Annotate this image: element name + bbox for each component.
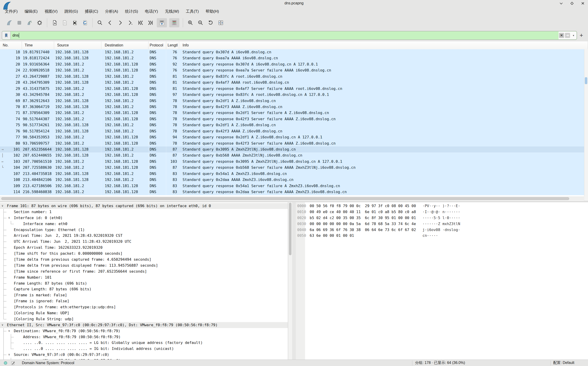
expert-info-icon[interactable] bbox=[4, 361, 7, 365]
column-header-protocol[interactable]: Protocol bbox=[149, 41, 166, 49]
status-profile[interactable]: 配置: Default bbox=[553, 360, 574, 365]
menu-item-wireless[interactable]: 无线(W) bbox=[161, 7, 182, 15]
menu-item-view[interactable]: 视图(V) bbox=[41, 7, 61, 15]
menu-item-file[interactable]: 文件(F) bbox=[1, 7, 21, 15]
packet-row[interactable]: 7690.517854124192.168.181.128192.168.181… bbox=[0, 128, 584, 134]
find-packet-button[interactable] bbox=[96, 18, 104, 27]
go-to-packet-button[interactable] bbox=[126, 18, 134, 27]
menu-item-tools[interactable]: 工具(T) bbox=[183, 7, 202, 15]
detail-line[interactable]: [Protocols in frame: eth:ethertype:ip:ud… bbox=[0, 304, 288, 310]
packet-row[interactable]: 7490.517644307192.168.181.2192.168.181.1… bbox=[0, 116, 584, 122]
packet-row[interactable]: 102│207.652440655192.168.181.128192.168.… bbox=[0, 152, 584, 158]
detail-line[interactable]: [Frame is marked: False] bbox=[0, 292, 288, 298]
chevron-down-icon[interactable]: ∨ bbox=[8, 215, 10, 221]
scrollbar-thumb[interactable] bbox=[585, 77, 587, 84]
menu-item-analyze[interactable]: 分析(A) bbox=[102, 7, 122, 15]
auto-scroll-button[interactable] bbox=[157, 18, 167, 27]
hex-row[interactable]: 000000 50 56 f0 f8 79 00 0c29 97 3f c0 0… bbox=[296, 203, 588, 209]
column-header-lengtl[interactable]: Lengtl bbox=[166, 41, 179, 49]
detail-line[interactable]: [Frame is ignored: False] bbox=[0, 298, 288, 304]
capture-comment-icon[interactable] bbox=[11, 361, 15, 365]
detail-line[interactable]: ∨Destination: VMware_f0:f8:79 (00:50:56:… bbox=[0, 328, 288, 334]
go-last-button[interactable] bbox=[147, 18, 154, 27]
detail-line[interactable]: Epoch Arrival Time: 1622633323.922019320 bbox=[0, 245, 288, 251]
hex-row[interactable]: 00406a 06 69 36 6f 76 30 3806 64 6e 73 6… bbox=[296, 227, 588, 233]
packet-row[interactable]: 1919.818172424192.168.181.128192.168.181… bbox=[0, 55, 584, 61]
column-header-no[interactable]: No. bbox=[0, 41, 22, 49]
packet-row[interactable]: 104└207.725588630192.168.181.2192.168.18… bbox=[0, 165, 584, 171]
scrollbar-thumb[interactable] bbox=[1, 197, 569, 200]
reload-file-button[interactable] bbox=[81, 18, 89, 27]
capture-options-button[interactable] bbox=[36, 18, 44, 27]
save-file-button[interactable] bbox=[61, 18, 69, 27]
packet-list-vertical-scrollbar[interactable] bbox=[584, 49, 588, 201]
hex-row[interactable]: 005063 6e 00 00 01 00 01cn····· bbox=[296, 233, 588, 239]
packet-row[interactable]: 6987.362912643192.168.181.128192.168.181… bbox=[0, 98, 584, 104]
detail-line[interactable]: Capture Length: 87 bytes (696 bits) bbox=[0, 286, 288, 292]
packet-row[interactable]: 2743.264729087192.168.181.128192.168.181… bbox=[0, 74, 584, 80]
restart-capture-button[interactable] bbox=[25, 18, 33, 27]
colorize-button[interactable] bbox=[169, 18, 179, 27]
column-header-source[interactable]: Source bbox=[54, 41, 101, 49]
details-vertical-scrollbar[interactable] bbox=[288, 202, 292, 359]
filter-bookmark-button[interactable] bbox=[2, 31, 11, 39]
chevron-down-icon[interactable]: ∨ bbox=[8, 328, 10, 334]
detail-line[interactable]: [Time delta from previous displayed fram… bbox=[0, 263, 288, 268]
menu-item-statistics[interactable]: 统计(S) bbox=[122, 7, 142, 15]
close-icon[interactable] bbox=[581, 1, 585, 5]
filter-dropdown-chevron-icon[interactable]: ▾ bbox=[571, 33, 576, 38]
column-header-destination[interactable]: Destination bbox=[101, 41, 149, 49]
minimize-icon[interactable] bbox=[559, 1, 563, 5]
column-header-info[interactable]: Info bbox=[179, 41, 588, 49]
detail-line[interactable]: Address: VMware_f0:f8:79 (00:50:56:f0:f8… bbox=[0, 334, 288, 340]
packet-row[interactable]: 109213.427186506192.168.181.2192.168.181… bbox=[0, 183, 584, 189]
menu-item-help[interactable]: 帮助(H) bbox=[202, 7, 222, 15]
detail-line[interactable]: [Coloring Rule Name: UDP] bbox=[0, 310, 288, 316]
detail-line[interactable]: [Time shift for this packet: 0.000000000… bbox=[0, 251, 288, 257]
detail-line[interactable]: Arrival Time: Jun 2, 2021 19:28:43.92201… bbox=[0, 233, 288, 239]
packet-row[interactable]: 2843.264795309192.168.181.128192.168.181… bbox=[0, 80, 584, 85]
hex-row[interactable]: 003000 00 00 00 00 00 0a 5a6d 78 68 5a 3… bbox=[296, 221, 588, 227]
packet-row[interactable]: 2019.931656364192.168.181.2192.168.181.1… bbox=[0, 61, 584, 67]
detail-line[interactable]: Interface name: eth0 bbox=[0, 221, 288, 227]
resize-columns-button[interactable] bbox=[217, 18, 225, 27]
go-first-button[interactable] bbox=[136, 18, 144, 27]
chevron-down-icon[interactable]: ∨ bbox=[2, 322, 3, 328]
go-forward-button[interactable] bbox=[116, 18, 124, 27]
detail-line[interactable]: [Time delta from previous captured frame… bbox=[0, 257, 288, 263]
menu-item-go[interactable]: 跳转(G) bbox=[61, 7, 81, 15]
packet-row[interactable]: 7087.363064719192.168.181.128192.168.181… bbox=[0, 104, 584, 110]
menu-item-edit[interactable]: 编辑(E) bbox=[21, 7, 41, 15]
zoom-out-button[interactable] bbox=[197, 18, 204, 27]
detail-line[interactable]: UTC Arrival Time: Jun 2, 2021 11:28:43.9… bbox=[0, 239, 288, 245]
display-filter-input[interactable]: dns ✕ ➜ ▾ bbox=[2, 31, 577, 40]
detail-line[interactable]: [Coloring Rule String: udp] bbox=[0, 316, 288, 322]
detail-line[interactable]: .... ..0. .... .... .... .... = LG bit: … bbox=[0, 340, 288, 346]
filter-add-button[interactable]: + bbox=[578, 32, 585, 39]
chevron-down-icon[interactable]: ∨ bbox=[8, 352, 10, 358]
detail-line[interactable]: Section number: 1 bbox=[0, 209, 288, 215]
hex-row[interactable]: 001000 49 e0 ce 40 00 40 116e 01 c0 a8 b… bbox=[296, 209, 588, 215]
packet-row[interactable]: 7187.370564309192.168.181.2192.168.181.1… bbox=[0, 110, 584, 116]
menu-item-capture[interactable]: 捕获(C) bbox=[81, 7, 102, 15]
hex-row[interactable]: 0020b5 02 d4 c2 00 35 00 356c 8f 30 95 0… bbox=[296, 215, 588, 221]
detail-line[interactable]: ∨Ethernet II, Src: VMware_97:3f:c0 (00:0… bbox=[0, 322, 288, 328]
maximize-icon[interactable] bbox=[570, 1, 574, 5]
zoom-reset-button[interactable] bbox=[207, 18, 215, 27]
packet-row[interactable]: 107213.404735818192.168.181.128192.168.1… bbox=[0, 171, 584, 177]
stop-capture-button[interactable] bbox=[16, 18, 23, 27]
packet-list-horizontal-scrollbar[interactable] bbox=[0, 196, 584, 200]
menu-item-telephony[interactable]: 电话(Y) bbox=[142, 7, 162, 15]
packet-row[interactable]: 2943.314375875192.168.181.2192.168.181.1… bbox=[0, 86, 584, 92]
packet-row[interactable]: 1819.817917440192.168.181.128192.168.181… bbox=[0, 49, 584, 55]
scrollbar-thumb[interactable] bbox=[289, 203, 292, 255]
detail-line[interactable]: .... ...0 .... .... .... .... = IG bit: … bbox=[0, 346, 288, 352]
zoom-in-button[interactable] bbox=[186, 18, 194, 27]
packet-row[interactable]: 3043.342945784192.168.181.2192.168.181.1… bbox=[0, 92, 584, 98]
detail-line[interactable]: [Time since reference or first frame: 20… bbox=[0, 268, 288, 274]
detail-line[interactable]: Encapsulation type: Ethernet (1) bbox=[0, 227, 288, 233]
close-file-button[interactable] bbox=[71, 18, 79, 27]
detail-line[interactable]: ∨Interface id: 0 (eth0) bbox=[0, 215, 288, 221]
chevron-down-icon[interactable]: ∨ bbox=[2, 203, 3, 209]
packet-row[interactable]: 101→207.652356644192.168.181.128192.168.… bbox=[0, 146, 584, 152]
